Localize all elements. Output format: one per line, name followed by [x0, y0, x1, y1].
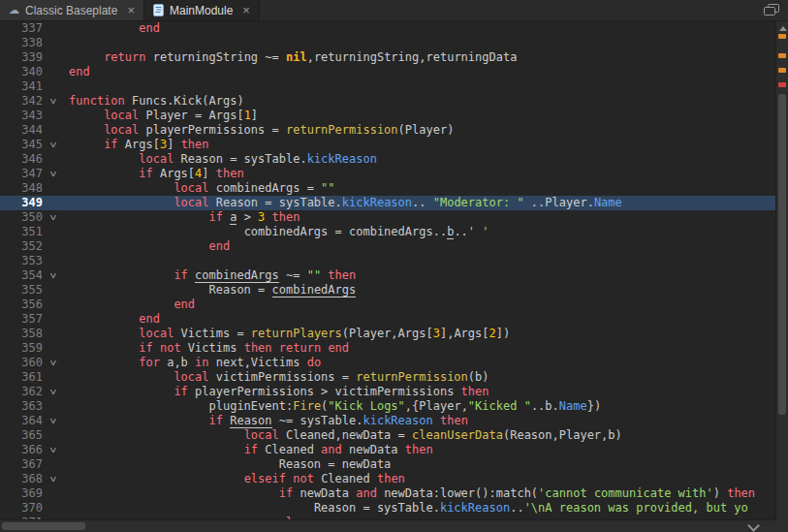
close-icon[interactable]: ×: [127, 4, 135, 16]
line-number[interactable]: 357: [0, 312, 46, 327]
line-number[interactable]: 356: [0, 297, 46, 312]
line-number[interactable]: 363: [0, 399, 46, 414]
line-number[interactable]: 369: [0, 486, 46, 501]
code-line[interactable]: 339 return returningString ~= nil,return…: [0, 50, 775, 65]
scrollbar-corner: [775, 519, 788, 532]
code-line[interactable]: 348 local combinedArgs = "": [0, 181, 775, 196]
code-line[interactable]: 352 end: [0, 239, 775, 254]
vertical-scrollbar[interactable]: [775, 21, 788, 519]
code-line[interactable]: 370 Reason = sysTable.kickReason..'\nA r…: [0, 501, 775, 516]
fold-chevron-icon[interactable]: >: [46, 167, 61, 181]
fold-chevron-icon[interactable]: >: [46, 356, 61, 370]
line-number[interactable]: 341: [0, 79, 46, 94]
line-number[interactable]: 367: [0, 457, 46, 472]
horizontal-scrollbar[interactable]: [0, 519, 775, 532]
vertical-scrollbar-thumb[interactable]: [778, 94, 786, 415]
code-line[interactable]: 338: [0, 36, 775, 50]
code-line[interactable]: 344 local playerPermissions = returnPerm…: [0, 123, 775, 138]
scroll-down-chevron-icon[interactable]: [747, 519, 760, 532]
analysis-marker[interactable]: [778, 53, 786, 58]
code-line[interactable]: 349 local Reason = sysTable.kickReason..…: [0, 196, 775, 210]
line-number[interactable]: 345: [0, 138, 46, 152]
code-line[interactable]: 343 local Player = Args[1]: [0, 109, 775, 123]
line-number[interactable]: 352: [0, 239, 46, 254]
line-number[interactable]: 353: [0, 254, 46, 268]
code-text: pluginEvent:Fire("Kick Logs",{Player,"Ki…: [61, 399, 775, 414]
fold-chevron-icon[interactable]: >: [46, 443, 61, 457]
code-line[interactable]: 357 end: [0, 312, 775, 327]
tab-mainmodule[interactable]: MainModule ×: [144, 0, 260, 20]
fold-chevron-icon[interactable]: >: [46, 414, 61, 428]
code-line[interactable]: 363 pluginEvent:Fire("Kick Logs",{Player…: [0, 399, 775, 414]
line-number[interactable]: 351: [0, 225, 46, 239]
script-icon: [153, 4, 164, 16]
scroll-up-arrow-icon[interactable]: [779, 26, 787, 31]
line-number[interactable]: 342: [0, 94, 46, 109]
code-line[interactable]: 341: [0, 79, 775, 94]
code-line[interactable]: 355 Reason = combinedArgs: [0, 283, 775, 297]
code-text: local playerPermissions = returnPermissi…: [61, 123, 775, 138]
fold-chevron-icon[interactable]: >: [46, 94, 61, 109]
code-line[interactable]: 354> if combinedArgs ~= "" then: [0, 268, 775, 283]
fold-chevron-icon[interactable]: >: [46, 210, 61, 225]
code-line[interactable]: 366> if Cleaned and newData then: [0, 443, 775, 457]
horizontal-scrollbar-thumb[interactable]: [2, 522, 85, 530]
code-line[interactable]: 362> if playerPermissions > victimPermis…: [0, 385, 775, 399]
code-line[interactable]: 360> for a,b in next,Victims do: [0, 356, 775, 370]
line-number[interactable]: 340: [0, 65, 46, 79]
line-number[interactable]: 346: [0, 152, 46, 167]
fold-chevron-icon[interactable]: >: [46, 268, 61, 283]
line-number[interactable]: 361: [0, 370, 46, 385]
line-number[interactable]: 365: [0, 428, 46, 443]
code-line[interactable]: 345> if Args[3] then: [0, 138, 775, 152]
line-number[interactable]: 349: [0, 196, 46, 210]
code-line[interactable]: 358 local Victims = returnPlayers(Player…: [0, 327, 775, 341]
line-number[interactable]: 359: [0, 341, 46, 356]
line-number[interactable]: 364: [0, 414, 46, 428]
line-number[interactable]: 360: [0, 356, 46, 370]
line-number[interactable]: 358: [0, 327, 46, 341]
code-line[interactable]: 340end: [0, 65, 775, 79]
code-line[interactable]: 356 end: [0, 297, 775, 312]
code-line[interactable]: 359 if not Victims then return end: [0, 341, 775, 356]
code-line[interactable]: 350> if a > 3 then: [0, 210, 775, 225]
analysis-marker[interactable]: [778, 82, 786, 87]
line-number[interactable]: 370: [0, 501, 46, 516]
code-line[interactable]: 367 Reason = newData: [0, 457, 775, 472]
code-line[interactable]: 364> if Reason ~= sysTable.kickReason th…: [0, 414, 775, 428]
fold-chevron-icon[interactable]: >: [46, 472, 61, 486]
line-number[interactable]: 339: [0, 50, 46, 65]
code-text: return returningString ~= nil,returningS…: [61, 50, 775, 65]
code-line[interactable]: 347> if Args[4] then: [0, 167, 775, 181]
line-number[interactable]: 350: [0, 210, 46, 225]
line-number[interactable]: 344: [0, 123, 46, 138]
line-number[interactable]: 348: [0, 181, 46, 196]
line-number[interactable]: 337: [0, 21, 46, 36]
code-line[interactable]: 337 end: [0, 21, 775, 36]
line-number[interactable]: 362: [0, 385, 46, 399]
code-line[interactable]: 365 local Cleaned,newData = cleanUserDat…: [0, 428, 775, 443]
code-line[interactable]: 342>function Funcs.Kick(Args): [0, 94, 775, 109]
line-number[interactable]: 338: [0, 36, 46, 50]
line-number[interactable]: 366: [0, 443, 46, 457]
code-line[interactable]: 353: [0, 254, 775, 268]
float-window-icon[interactable]: [756, 0, 788, 20]
code-line[interactable]: 346 local Reason = sysTable.kickReason: [0, 152, 775, 167]
analysis-marker[interactable]: [778, 68, 786, 73]
tab-classic-baseplate[interactable]: ☁ Classic Baseplate ×: [0, 0, 144, 20]
line-number[interactable]: 343: [0, 109, 46, 123]
code-text: local Victims = returnPlayers(Player,Arg…: [61, 327, 775, 341]
line-number[interactable]: 354: [0, 268, 46, 283]
line-number[interactable]: 347: [0, 167, 46, 181]
close-icon[interactable]: ×: [242, 4, 250, 16]
fold-chevron-icon[interactable]: >: [46, 385, 61, 399]
code-line[interactable]: 368> elseif not Cleaned then: [0, 472, 775, 486]
line-number[interactable]: 355: [0, 283, 46, 297]
code-line[interactable]: 369 if newData and newData:lower():match…: [0, 486, 775, 501]
code-editor[interactable]: 337 end338339 return returningString ~= …: [0, 21, 775, 532]
code-line[interactable]: 351 combinedArgs = combinedArgs..b..' ': [0, 225, 775, 239]
analysis-marker[interactable]: [778, 34, 786, 39]
fold-chevron-icon[interactable]: >: [46, 138, 61, 152]
code-line[interactable]: 361 local victimPermissions = returnPerm…: [0, 370, 775, 385]
line-number[interactable]: 368: [0, 472, 46, 486]
